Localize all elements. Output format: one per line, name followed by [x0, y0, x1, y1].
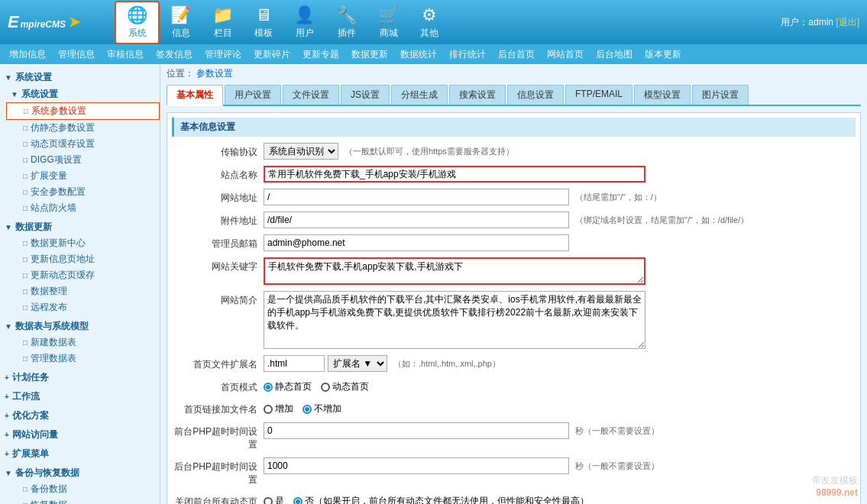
- nav-item-plugin[interactable]: 🔧 插件: [325, 2, 367, 43]
- radio-close-yes[interactable]: 是: [264, 495, 284, 504]
- sidebar-item-data-center[interactable]: 数据更新中心: [6, 235, 160, 251]
- nav-item-shop[interactable]: 🛒 商城: [367, 2, 409, 43]
- tab-group[interactable]: 分组生成: [391, 85, 448, 105]
- sidebar-parent-data-model[interactable]: ▼数据表与系统模型: [0, 318, 160, 334]
- second-nav-publish-info[interactable]: 签发信息: [150, 47, 199, 63]
- sidebar-item-digg[interactable]: DIGG项设置: [6, 152, 160, 168]
- sidebar-section-task: +计划任务: [0, 368, 160, 387]
- sidebar-item-restore-data[interactable]: 恢复数据: [6, 497, 160, 504]
- sidebar-parent-extend-menu[interactable]: +扩展菜单: [0, 446, 160, 462]
- sidebar-parent-workflow[interactable]: +工作流: [0, 389, 160, 405]
- sidebar-item-new-table[interactable]: 新建数据表: [6, 334, 160, 351]
- sidebar-item-remote-publish[interactable]: 远程发布: [6, 299, 160, 315]
- user-icon: 👤: [294, 5, 315, 25]
- radio-no-filename[interactable]: 不增加: [302, 402, 341, 415]
- info-icon: 📝: [170, 5, 191, 25]
- form-row-attach-url: 附件地址 （绑定域名时设置，结尾需加"/"，如：/d/file/）: [172, 212, 856, 228]
- sidebar-item-backup-data[interactable]: 备份数据: [6, 481, 160, 497]
- form-control-homepage-mode: 静态首页 动态首页: [264, 378, 856, 393]
- radio-static-homepage[interactable]: 静态首页: [264, 380, 312, 393]
- sidebar-parent-task[interactable]: +计划任务: [0, 370, 160, 386]
- sidebar-parent-optimize[interactable]: +优化方案: [0, 408, 160, 424]
- tab-file[interactable]: 文件设置: [283, 85, 339, 105]
- second-nav-manage-comment[interactable]: 管理评论: [199, 47, 247, 63]
- second-nav-data-stats[interactable]: 数据统计: [394, 47, 443, 63]
- tab-ftp[interactable]: FTP/EMAIL: [565, 85, 632, 105]
- sidebar-parent-system-settings[interactable]: ▼系统设置: [6, 86, 160, 102]
- nav-item-column[interactable]: 📁 栏目: [202, 2, 244, 43]
- sidebar-item-data-tidy[interactable]: 数据整理: [6, 283, 160, 299]
- sidebar-item-extend-var[interactable]: 扩展变量: [6, 168, 160, 184]
- nav-item-user[interactable]: 👤 用户: [283, 2, 325, 43]
- backend-timeout-input[interactable]: [264, 457, 569, 474]
- content-panel: 位置： 参数设置 基本属性 用户设置 文件设置 JS设置 分组生成 搜索设置 信…: [160, 64, 867, 504]
- tab-info[interactable]: 信息设置: [507, 85, 564, 105]
- nav-label-user: 用户: [296, 27, 314, 40]
- tab-user[interactable]: 用户设置: [225, 85, 281, 105]
- second-nav-manage-info[interactable]: 管理信息: [52, 47, 101, 63]
- attach-url-input[interactable]: [264, 212, 569, 228]
- breadcrumb-link[interactable]: 参数设置: [196, 68, 233, 79]
- nav-items: 🌐 系统 📝 信息 📁 栏目 🖥 模板 👤 用户 🔧 插件 🛒 商城 ⚙: [115, 1, 781, 44]
- form-control-homepage-link: 增加 不增加: [264, 400, 856, 415]
- sidebar-item-update-cache[interactable]: 更新动态页缓存: [6, 267, 160, 283]
- second-nav-admin-home[interactable]: 后台首页: [492, 47, 541, 63]
- description-textarea: 是一个提供高品质手机软件的下载平台,其中汇聚各类安卓、ios手机常用软件,有着最…: [264, 291, 645, 349]
- nav-item-info[interactable]: 📝 信息: [160, 2, 202, 43]
- frontend-timeout-input[interactable]: [264, 422, 569, 439]
- nav-item-other[interactable]: ⚙ 其他: [409, 2, 449, 43]
- form-control-protocol: 系统自动识别 （一般默认即可，使用https需要服务器支持）: [264, 143, 856, 160]
- ext-select[interactable]: 扩展名 ▼: [328, 355, 387, 372]
- second-nav-admin-map[interactable]: 后台地图: [590, 47, 639, 63]
- admin-email-input[interactable]: [264, 234, 569, 251]
- second-nav-update-fragment[interactable]: 更新碎片: [247, 47, 296, 63]
- form-label-homepage-link: 首页链接加文件名: [172, 400, 264, 416]
- form-control-frontend-timeout: 秒（一般不需要设置）: [264, 422, 856, 439]
- second-nav-rank-stats[interactable]: 排行统计: [443, 47, 492, 63]
- sidebar-section-data-model: ▼数据表与系统模型 新建数据表 管理数据表: [0, 317, 160, 368]
- tab-image[interactable]: 图片设置: [692, 85, 749, 105]
- sidebar-title-system[interactable]: ▼系统设置: [0, 69, 160, 86]
- sidebar-item-security-params[interactable]: 安全参数配置: [6, 184, 160, 200]
- sidebar-item-static-params[interactable]: 仿静态参数设置: [6, 120, 160, 136]
- nav-label-template: 模板: [254, 27, 273, 40]
- sidebar-item-system-params[interactable]: 系统参数设置: [6, 102, 160, 120]
- radio-close-no[interactable]: 否（如果开启，前台所有动态文件都无法使用，但性能和安全性最高）: [293, 495, 589, 504]
- radio-add-filename[interactable]: 增加: [264, 402, 293, 415]
- radio-add-label: 增加: [275, 402, 293, 415]
- plugin-icon: 🔧: [336, 5, 357, 25]
- section-title-basic: 基本信息设置: [172, 118, 856, 137]
- radio-dynamic-homepage[interactable]: 动态首页: [321, 380, 369, 393]
- system-icon: 🌐: [127, 5, 147, 25]
- sidebar-parent-backup[interactable]: ▼备份与恢复数据: [0, 465, 160, 481]
- second-nav-audit-info[interactable]: 审核信息: [101, 47, 150, 63]
- sidebar-parent-data-update[interactable]: ▼数据更新: [0, 219, 160, 235]
- sidebar-parent-visits[interactable]: +网站访问量: [0, 427, 160, 443]
- nav-item-system[interactable]: 🌐 系统: [115, 1, 160, 44]
- tab-js[interactable]: JS设置: [341, 85, 390, 105]
- siteurl-input[interactable]: [264, 189, 569, 205]
- second-nav-update-special[interactable]: 更新专题: [296, 47, 345, 63]
- tab-model[interactable]: 模型设置: [634, 85, 691, 105]
- sidebar-group-system: ▼系统设置 系统参数设置 仿静态参数设置 动态页缓存设置 DIGG项设置 扩展变…: [6, 86, 160, 216]
- sidebar-item-manage-table[interactable]: 管理数据表: [6, 351, 160, 367]
- radio-group-homepage-mode: 静态首页 动态首页: [264, 378, 369, 393]
- logo-text: EmpireCMS: [8, 12, 66, 32]
- protocol-select[interactable]: 系统自动识别: [264, 143, 338, 160]
- second-nav-version-update[interactable]: 版本更新: [639, 47, 687, 63]
- second-nav-data-update[interactable]: 数据更新: [345, 47, 394, 63]
- second-nav-site-home[interactable]: 网站首页: [541, 47, 590, 63]
- sidebar-item-firewall[interactable]: 站点防火墙: [6, 200, 160, 216]
- sidebar-item-update-address[interactable]: 更新信息页地址: [6, 251, 160, 267]
- sidebar-section-optimize: +优化方案: [0, 406, 160, 425]
- second-nav-add-info[interactable]: 增加信息: [3, 47, 52, 63]
- tab-basic[interactable]: 基本属性: [167, 85, 223, 106]
- form-row-description: 网站简介 是一个提供高品质手机软件的下载平台,其中汇聚各类安卓、ios手机常用软…: [172, 291, 856, 349]
- nav-label-column: 栏目: [214, 27, 232, 40]
- ext-input[interactable]: [264, 355, 325, 372]
- sitename-input[interactable]: [264, 166, 645, 183]
- tab-search[interactable]: 搜索设置: [449, 85, 506, 105]
- sidebar-item-dynamic-cache[interactable]: 动态页缓存设置: [6, 136, 160, 152]
- nav-item-template[interactable]: 🖥 模板: [244, 2, 283, 43]
- logout-link[interactable]: [退出]: [836, 17, 859, 27]
